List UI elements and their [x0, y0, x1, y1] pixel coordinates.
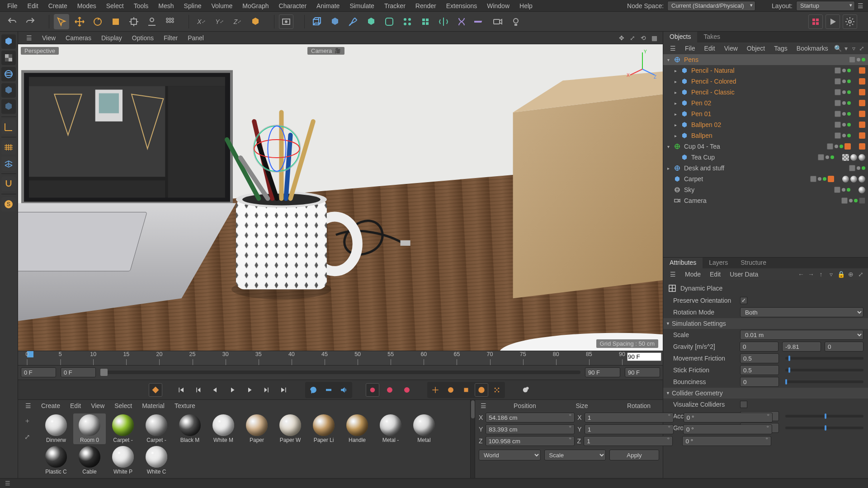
object-tag-layer-icon[interactable]: [835, 111, 841, 117]
material-menu-select[interactable]: Select: [110, 401, 137, 411]
range-icon[interactable]: [322, 383, 335, 397]
timeline-start-frame-input[interactable]: [21, 367, 56, 377]
gravity-z-input[interactable]: [825, 342, 863, 352]
scale-tool-icon[interactable]: [108, 14, 123, 29]
material-item[interactable]: Carpet -: [107, 413, 139, 444]
attr-menu-userdata[interactable]: User Data: [726, 269, 762, 279]
material-item[interactable]: [374, 478, 407, 478]
undo-icon[interactable]: [5, 14, 20, 29]
object-name[interactable]: Sky: [683, 186, 834, 193]
preserve-orientation-checkbox[interactable]: [740, 297, 747, 304]
material-item[interactable]: Cable: [73, 445, 106, 476]
timeline-range-end2-input[interactable]: [625, 367, 660, 377]
keyframe-sel-icon[interactable]: [400, 383, 414, 397]
render-view-icon[interactable]: [279, 14, 293, 29]
object-node[interactable]: ▸Desk and stuff: [663, 163, 868, 174]
lock-y-icon[interactable]: Y⤢: [212, 14, 227, 29]
key-move-icon[interactable]: [429, 383, 442, 397]
next-key-icon[interactable]: [260, 383, 274, 397]
viewport-camera-label[interactable]: Camera🎥: [307, 47, 344, 55]
object-name[interactable]: Ballpen: [690, 132, 835, 139]
objects-menu-bookmarks[interactable]: Bookmarks: [793, 43, 832, 53]
key-scale-icon[interactable]: [459, 383, 473, 397]
movement-friction-input[interactable]: [740, 353, 779, 363]
material-hamburger-icon[interactable]: ☰: [21, 401, 36, 411]
material-item[interactable]: [307, 478, 340, 478]
object-expand-icon[interactable]: ⤢: [859, 44, 865, 53]
object-tag-dot-green-icon[interactable]: [847, 69, 851, 72]
object-node[interactable]: Camera: [663, 195, 868, 206]
material-item[interactable]: Paper Li: [307, 413, 340, 444]
objects-menu-file[interactable]: File: [681, 43, 699, 53]
workplane-icon[interactable]: [1, 140, 16, 155]
menu-render[interactable]: Render: [411, 1, 441, 11]
menu-tools[interactable]: Tools: [129, 1, 153, 11]
material-item[interactable]: [274, 478, 307, 478]
material-item[interactable]: Paper W: [274, 413, 307, 444]
object-tag-dot-green-icon[interactable]: [847, 123, 851, 127]
object-name[interactable]: Pens: [683, 56, 849, 63]
object-name[interactable]: Tea Cup: [690, 154, 818, 161]
object-node[interactable]: Carpet: [663, 174, 868, 184]
layout-select[interactable]: Startup: [796, 1, 855, 11]
menu-window[interactable]: Window: [482, 1, 514, 11]
object-tag-layer-icon[interactable]: [835, 67, 841, 74]
object-tag-tag-orange-icon[interactable]: [859, 78, 865, 84]
menu-animate[interactable]: Animate: [312, 1, 344, 11]
attr-new-icon[interactable]: ⊕: [846, 270, 855, 279]
cloner-icon[interactable]: [400, 14, 415, 29]
coord-rotation-input[interactable]: [682, 436, 771, 446]
generator-icon[interactable]: [363, 14, 379, 29]
object-tag-layer-icon[interactable]: [835, 78, 841, 84]
axis-mode-icon[interactable]: [1, 120, 16, 134]
material-scrollbar[interactable]: [470, 400, 475, 478]
tab-layers[interactable]: Layers: [703, 258, 734, 268]
coord-apply-button[interactable]: Apply: [609, 450, 659, 460]
menu-edit[interactable]: Edit: [23, 1, 43, 11]
object-tag-dot-grey-icon[interactable]: [842, 123, 846, 127]
tree-expander-icon[interactable]: ▸: [672, 79, 679, 84]
object-tag-tagball-icon[interactable]: [859, 176, 865, 183]
attr-menu-edit[interactable]: Edit: [706, 269, 725, 279]
object-name[interactable]: Pencil - Classic: [690, 89, 835, 96]
grouping-slider[interactable]: [785, 427, 863, 429]
material-menu-view[interactable]: View: [86, 401, 109, 411]
record-icon[interactable]: [366, 383, 379, 397]
object-tag-dot-green-icon[interactable]: [823, 177, 826, 181]
viewport-hamburger-icon[interactable]: ☰: [22, 33, 37, 43]
menu-file[interactable]: File: [3, 1, 22, 11]
material-item[interactable]: White P: [107, 445, 139, 476]
object-tag-dot-green-icon[interactable]: [847, 134, 851, 137]
object-node[interactable]: ▸Pen 01: [663, 108, 868, 119]
stick-friction-slider[interactable]: [785, 369, 863, 371]
coord-rotation-input[interactable]: [684, 413, 773, 422]
tab-structure[interactable]: Structure: [734, 258, 773, 268]
material-item[interactable]: White C: [140, 445, 173, 476]
object-node[interactable]: Sky: [663, 184, 868, 195]
object-name[interactable]: Pencil - Colored: [690, 78, 835, 85]
object-tag-tagball-icon[interactable]: [850, 176, 857, 183]
render-settings-icon[interactable]: [843, 14, 857, 29]
gravity-y-input[interactable]: [782, 342, 821, 352]
viewport-move-icon[interactable]: ✥: [617, 33, 627, 43]
viewport-menu-options[interactable]: Options: [127, 33, 158, 43]
object-tag-tag-orange-icon[interactable]: [859, 143, 865, 150]
arrange-grid-icon[interactable]: [162, 14, 178, 29]
redo-icon[interactable]: [23, 14, 38, 29]
object-tag-dot-grey-icon[interactable]: [842, 80, 846, 83]
object-tag-dot-green-icon[interactable]: [840, 145, 843, 148]
autokey-icon[interactable]: [149, 383, 162, 397]
lock-z-icon[interactable]: Z⤢: [230, 14, 245, 29]
material-item[interactable]: [241, 478, 273, 478]
coord-size-input[interactable]: [584, 436, 673, 446]
object-tag-dot-green-icon[interactable]: [862, 58, 865, 61]
coord-position-input[interactable]: [486, 424, 575, 434]
object-name[interactable]: Ballpen 02: [690, 121, 835, 128]
subdivision-icon[interactable]: [382, 14, 397, 29]
object-node[interactable]: ▸Pen 02: [663, 98, 868, 108]
attr-lock-icon[interactable]: 🔒: [836, 270, 845, 279]
viewport-zoom-icon[interactable]: ⤢: [627, 33, 637, 43]
viewport-menu-display[interactable]: Display: [97, 33, 127, 43]
object-node[interactable]: ▸Pencil - Natural: [663, 65, 868, 76]
object-tag-dot-grey-icon[interactable]: [835, 145, 838, 148]
